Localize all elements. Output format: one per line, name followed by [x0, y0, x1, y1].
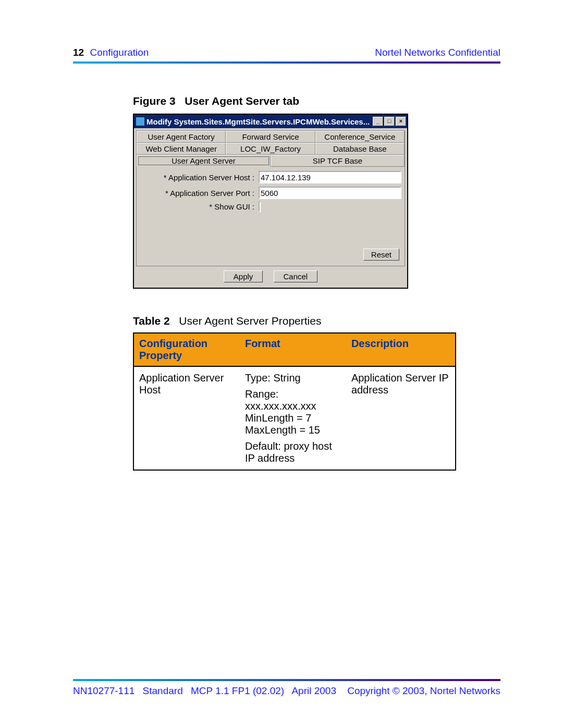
- show-gui-label: * Show GUI :: [140, 202, 259, 211]
- footer-date: April 2003: [291, 685, 336, 696]
- cancel-button[interactable]: Cancel: [274, 270, 318, 282]
- titlebar[interactable]: Modify System.Sites.MgmtSite.Servers.IPC…: [134, 115, 407, 128]
- release: MCP 1.1 FP1 (02.02): [191, 685, 284, 696]
- format-maxlen: MaxLength = 15: [245, 424, 341, 436]
- col-config-property: Configuration Property: [133, 333, 240, 366]
- tab-loc-iw-factory[interactable]: LOC_IW_Factory: [226, 143, 315, 155]
- confidential-notice: Nortel Networks Confidential: [375, 47, 500, 58]
- dialog-window: Modify System.Sites.MgmtSite.Servers.IPC…: [133, 114, 408, 289]
- copyright: Copyright © 2003, Nortel Networks: [347, 685, 500, 697]
- tab-web-client-manager[interactable]: Web Client Manager: [137, 143, 226, 155]
- cell-property: Application Server Host: [133, 366, 240, 470]
- tab-row-2: Web Client Manager LOC_IW_Factory Databa…: [137, 143, 405, 155]
- tab-user-agent-factory[interactable]: User Agent Factory: [137, 131, 226, 143]
- section-name: Configuration: [90, 47, 149, 58]
- app-host-label: * Application Server Host :: [140, 173, 259, 182]
- tab-panel: * Application Server Host : * Applicatio…: [137, 167, 405, 266]
- table-title: User Agent Server Properties: [179, 315, 321, 327]
- page-header: 12 Configuration Nortel Networks Confide…: [73, 47, 500, 58]
- app-port-input[interactable]: [259, 187, 401, 199]
- col-format: Format: [240, 333, 346, 366]
- figure-caption: Figure 3 User Agent Server tab: [133, 95, 500, 107]
- tab-database-base[interactable]: Database Base: [315, 143, 405, 155]
- cell-description: Application Server IP address: [346, 366, 456, 470]
- window-title: Modify System.Sites.MgmtSite.Servers.IPC…: [146, 117, 370, 126]
- app-icon: [136, 117, 144, 126]
- col-description: Description: [346, 333, 456, 366]
- minimize-button[interactable]: _: [373, 117, 383, 126]
- maximize-button[interactable]: □: [384, 117, 395, 126]
- footer-rule: [73, 679, 500, 681]
- reset-button[interactable]: Reset: [363, 249, 399, 261]
- table-row: Application Server Host Type: String Ran…: [133, 366, 456, 470]
- page-footer: NN10277-111 Standard MCP 1.1 FP1 (02.02)…: [73, 679, 500, 697]
- app-host-input[interactable]: [259, 171, 401, 183]
- page-number: 12: [73, 47, 84, 58]
- format-range-pattern: xxx.xxx.xxx.xxx: [245, 400, 341, 412]
- figure-label: Figure 3: [133, 95, 176, 107]
- figure-title: User Agent Server tab: [185, 95, 299, 107]
- table-caption: Table 2 User Agent Server Properties: [133, 315, 500, 327]
- format-default: Default: proxy host IP address: [245, 440, 341, 464]
- tab-conference-service[interactable]: Conference_Service: [315, 131, 405, 143]
- tab-sip-tcf-base[interactable]: SIP TCF Base: [271, 155, 405, 167]
- tab-row-1: User Agent Factory Forward Service Confe…: [137, 131, 405, 143]
- tab-row-3: User Agent Server SIP TCF Base: [137, 155, 405, 167]
- properties-table: Configuration Property Format Descriptio…: [133, 332, 456, 471]
- doc-id: NN10277-111: [73, 685, 134, 696]
- tab-user-agent-server[interactable]: User Agent Server: [137, 155, 271, 167]
- show-gui-checkbox[interactable]: [259, 201, 261, 212]
- format-range-label: Range:: [245, 388, 341, 400]
- format-minlen: MinLength = 7: [245, 412, 341, 424]
- tab-forward-service[interactable]: Forward Service: [226, 131, 315, 143]
- header-rule: [73, 61, 500, 64]
- format-type: Type: String: [245, 372, 341, 384]
- table-label: Table 2: [133, 315, 170, 327]
- close-button[interactable]: ×: [396, 117, 406, 126]
- standard-label: Standard: [143, 685, 183, 696]
- cell-format: Type: String Range: xxx.xxx.xxx.xxx MinL…: [240, 366, 346, 470]
- apply-button[interactable]: Apply: [224, 270, 263, 282]
- app-port-label: * Application Server Port :: [140, 189, 259, 198]
